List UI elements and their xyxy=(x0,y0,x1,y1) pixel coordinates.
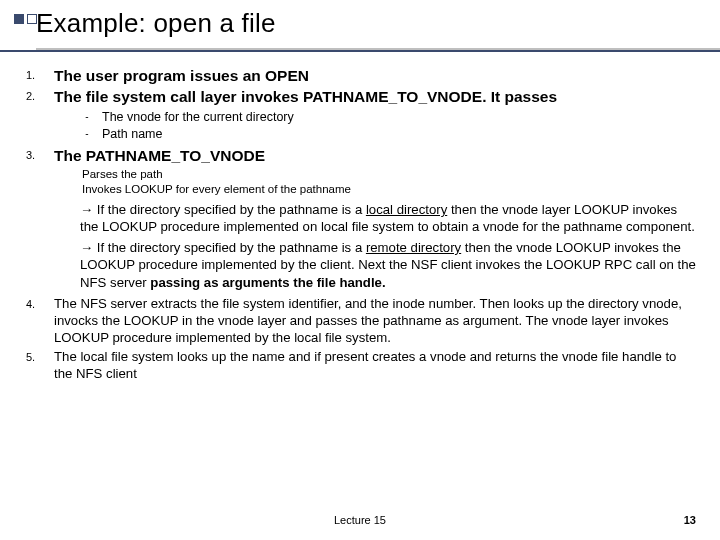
list-item: 2. The file system call layer invokes PA… xyxy=(26,87,698,106)
footer-lecture: Lecture 15 xyxy=(0,514,720,526)
page-number: 13 xyxy=(684,514,696,526)
underlined-text: remote directory xyxy=(366,240,461,255)
item-number: 5. xyxy=(26,348,54,363)
corner-squares xyxy=(14,14,37,24)
list-item: 3. The PATHNAME_TO_VNODE xyxy=(26,146,698,165)
sub-indent: Parses the path Invokes LOOKUP for every… xyxy=(82,167,698,197)
item-number: 1. xyxy=(26,66,54,81)
arrow-icon: → If the directory specified by the path… xyxy=(80,240,366,255)
sub-item-text: Parses the path xyxy=(82,167,698,182)
slide-body: 1. The user program issues an OPEN 2. Th… xyxy=(26,66,698,385)
item-number: 4. xyxy=(26,295,54,310)
sub-item-text: The vnode for the current directory xyxy=(102,109,294,127)
paragraph: → If the directory specified by the path… xyxy=(80,239,698,290)
slide: Example: open a file 1. The user program… xyxy=(0,0,720,540)
square-icon xyxy=(14,14,24,24)
list-item: 5. The local file system looks up the na… xyxy=(26,348,698,382)
slide-title: Example: open a file xyxy=(36,8,276,39)
list-item: 1. The user program issues an OPEN xyxy=(26,66,698,85)
sub-item-text: Path name xyxy=(102,126,162,144)
underlined-text: local directory xyxy=(366,202,447,217)
item-text: The PATHNAME_TO_VNODE xyxy=(54,146,265,165)
dash-icon: - xyxy=(72,109,102,122)
paragraph: → If the directory specified by the path… xyxy=(80,201,698,235)
arrow-icon: → If the directory specified by the path… xyxy=(80,202,366,217)
item-number: 3. xyxy=(26,146,54,161)
bold-text: passing as arguments the file handle. xyxy=(150,275,385,290)
item-text: The NFS server extracts the file system … xyxy=(54,295,698,346)
item-text: The local file system looks up the name … xyxy=(54,348,698,382)
item-text: The user program issues an OPEN xyxy=(54,66,309,85)
title-underline xyxy=(0,48,720,52)
sub-item-text: Invokes LOOKUP for every element of the … xyxy=(82,182,698,197)
dash-icon: - xyxy=(72,126,102,139)
list-item: 4. The NFS server extracts the file syst… xyxy=(26,295,698,346)
item-number: 2. xyxy=(26,87,54,102)
item-text: The file system call layer invokes PATHN… xyxy=(54,87,557,106)
sub-list: -The vnode for the current directory -Pa… xyxy=(72,109,698,144)
